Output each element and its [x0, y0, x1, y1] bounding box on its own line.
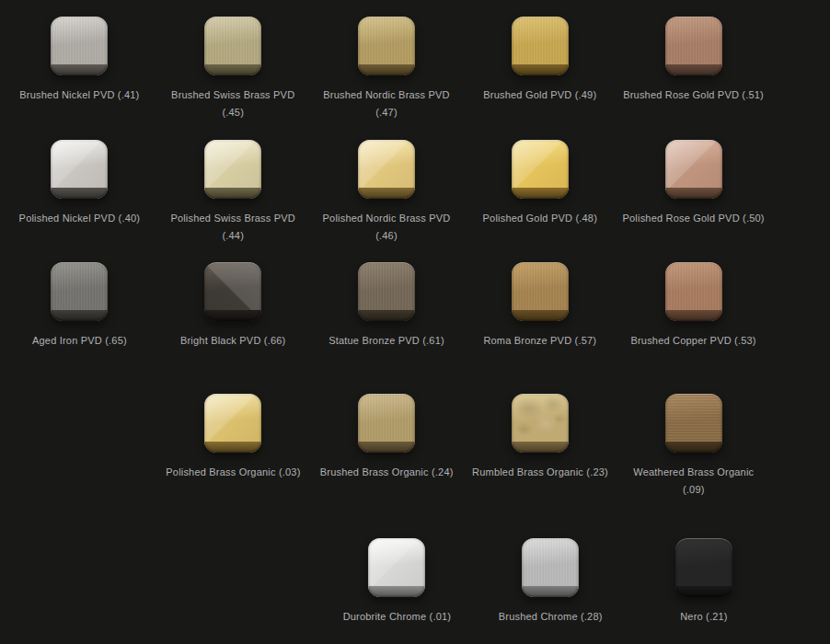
- finish-swatch[interactable]: [51, 17, 108, 75]
- finish-option-brushed-swiss-brass-pvd-45[interactable]: Brushed Swiss Brass PVD (.45): [156, 17, 310, 121]
- finish-option-brushed-gold-pvd-49[interactable]: Brushed Gold PVD (.49): [463, 17, 617, 104]
- finish-label: Polished Gold PVD (.48): [483, 210, 597, 227]
- finish-option-durobrite-chrome-01[interactable]: Durobrite Chrome (.01): [320, 538, 474, 626]
- finish-label: Durobrite Chrome (.01): [343, 608, 452, 626]
- finish-label: Polished Nickel PVD (.40): [19, 210, 141, 227]
- finish-option-brushed-rose-gold-pvd-51[interactable]: Brushed Rose Gold PVD (.51): [617, 17, 770, 104]
- finish-option-brushed-nickel-pvd-41[interactable]: Brushed Nickel PVD (.41): [3, 17, 156, 104]
- finish-option-brushed-chrome-28[interactable]: Brushed Chrome (.28): [474, 538, 628, 626]
- swatch-bottom-edge: [204, 310, 261, 321]
- finish-texture: [51, 17, 108, 64]
- finish-option-nero-21[interactable]: Nero (.21): [628, 538, 781, 626]
- finish-option-bright-black-pvd-66[interactable]: Bright Black PVD (.66): [156, 262, 310, 350]
- finish-swatch[interactable]: [522, 538, 579, 597]
- finish-swatch[interactable]: [51, 262, 108, 321]
- swatch-bottom-edge: [368, 586, 425, 597]
- finish-option-rumbled-brass-organic-23[interactable]: Rumbled Brass Organic (.23): [464, 394, 617, 481]
- swatch-bottom-edge: [512, 310, 569, 321]
- finish-swatch[interactable]: [358, 17, 415, 75]
- finish-label: Bright Black PVD (.66): [180, 332, 285, 350]
- finish-swatch[interactable]: [204, 140, 261, 199]
- finish-option-brushed-brass-organic-24[interactable]: Brushed Brass Organic (.24): [310, 394, 464, 481]
- finish-texture: [204, 17, 261, 64]
- finish-label: Weathered Brass Organic (.09): [633, 464, 754, 499]
- swatch-bottom-edge: [204, 442, 261, 453]
- finish-option-polished-gold-pvd-48[interactable]: Polished Gold PVD (.48): [463, 140, 617, 227]
- swatch-bottom-edge: [204, 64, 261, 75]
- finish-label: Brushed Copper PVD (.53): [630, 332, 755, 350]
- finish-swatch[interactable]: [675, 538, 732, 597]
- finish-option-brushed-copper-pvd-53[interactable]: Brushed Copper PVD (.53): [617, 262, 770, 350]
- finish-label: Aged Iron PVD (.65): [32, 332, 127, 350]
- finish-swatch[interactable]: [204, 17, 261, 75]
- finish-label: Polished Rose Gold PVD (.50): [623, 210, 765, 227]
- finish-label: Polished Swiss Brass PVD (.44): [170, 210, 295, 245]
- finish-label: Polished Brass Organic (.03): [166, 464, 300, 481]
- finish-swatch[interactable]: [512, 394, 569, 453]
- finish-label: Brushed Swiss Brass PVD (.45): [171, 86, 294, 121]
- finish-option-brushed-nordic-brass-pvd-47[interactable]: Brushed Nordic Brass PVD (.47): [310, 17, 464, 121]
- swatch-bottom-edge: [358, 310, 415, 321]
- finish-texture: [522, 538, 579, 586]
- finish-row-3: Aged Iron PVD (.65)Bright Black PVD (.66…: [0, 262, 770, 350]
- finish-row-4: Polished Brass Organic (.03)Brushed Bras…: [0, 394, 770, 499]
- swatch-bottom-edge: [665, 188, 722, 199]
- finish-option-polished-nordic-brass-pvd-46[interactable]: Polished Nordic Brass PVD (.46): [310, 140, 464, 245]
- swatch-bottom-edge: [665, 442, 722, 453]
- finish-swatch[interactable]: [358, 262, 415, 321]
- finish-option-polished-rose-gold-pvd-50[interactable]: Polished Rose Gold PVD (.50): [617, 140, 770, 227]
- finish-row-1: Brushed Nickel PVD (.41)Brushed Swiss Br…: [0, 17, 770, 121]
- finish-swatch[interactable]: [665, 394, 722, 453]
- finish-label: Nero (.21): [680, 608, 728, 626]
- finish-swatch[interactable]: [512, 140, 569, 199]
- finish-texture: [358, 262, 415, 310]
- finish-texture: [675, 538, 732, 586]
- swatch-bottom-edge: [51, 188, 108, 199]
- finish-swatch[interactable]: [368, 538, 425, 597]
- finish-option-polished-brass-organic-03[interactable]: Polished Brass Organic (.03): [156, 394, 310, 481]
- finish-swatch[interactable]: [51, 140, 108, 199]
- finish-option-polished-nickel-pvd-40[interactable]: Polished Nickel PVD (.40): [3, 140, 156, 227]
- swatch-bottom-edge: [204, 188, 261, 199]
- finish-texture: [51, 262, 108, 310]
- finish-texture: [512, 262, 569, 310]
- finish-texture: [512, 394, 569, 442]
- finish-swatch[interactable]: [665, 17, 722, 75]
- finish-swatch[interactable]: [358, 140, 415, 199]
- finish-swatch[interactable]: [204, 394, 261, 453]
- finish-label: Brushed Brass Organic (.24): [320, 464, 454, 481]
- finish-texture: [665, 394, 722, 442]
- finish-option-roma-bronze-pvd-57[interactable]: Roma Bronze PVD (.57): [463, 262, 617, 350]
- finish-texture: [358, 17, 415, 64]
- finish-texture: [665, 17, 722, 64]
- finish-row-2: Polished Nickel PVD (.40)Polished Swiss …: [0, 140, 770, 245]
- swatch-bottom-edge: [665, 64, 722, 75]
- swatch-bottom-edge: [512, 442, 569, 453]
- swatch-bottom-edge: [512, 188, 569, 199]
- swatch-bottom-edge: [522, 586, 579, 597]
- finish-option-statue-bronze-pvd-61[interactable]: Statue Bronze PVD (.61): [310, 262, 464, 350]
- finish-option-weathered-brass-organic-09[interactable]: Weathered Brass Organic (.09): [617, 394, 770, 499]
- finish-option-polished-swiss-brass-pvd-44[interactable]: Polished Swiss Brass PVD (.44): [156, 140, 310, 245]
- swatch-bottom-edge: [512, 64, 569, 75]
- finish-label: Brushed Chrome (.28): [499, 608, 603, 626]
- finish-label: Brushed Nickel PVD (.41): [19, 86, 139, 104]
- finish-label: Brushed Nordic Brass PVD (.47): [323, 86, 449, 121]
- finish-swatch[interactable]: [512, 17, 569, 75]
- finish-texture: [358, 394, 415, 442]
- swatch-bottom-edge: [665, 310, 722, 321]
- finish-swatch[interactable]: [665, 262, 722, 321]
- finish-grid: Brushed Nickel PVD (.41)Brushed Swiss Br…: [0, 0, 830, 644]
- finish-swatch[interactable]: [512, 262, 569, 321]
- finish-swatch[interactable]: [665, 140, 722, 199]
- finish-label: Roma Bronze PVD (.57): [483, 332, 596, 350]
- finish-texture: [512, 17, 569, 64]
- finish-swatch[interactable]: [204, 262, 261, 321]
- finish-option-aged-iron-pvd-65[interactable]: Aged Iron PVD (.65): [3, 262, 156, 350]
- swatch-bottom-edge: [675, 586, 732, 597]
- swatch-bottom-edge: [358, 188, 415, 199]
- finish-texture: [665, 262, 722, 310]
- finish-label: Brushed Rose Gold PVD (.51): [623, 86, 764, 104]
- finish-swatch[interactable]: [358, 394, 415, 453]
- swatch-bottom-edge: [51, 64, 108, 75]
